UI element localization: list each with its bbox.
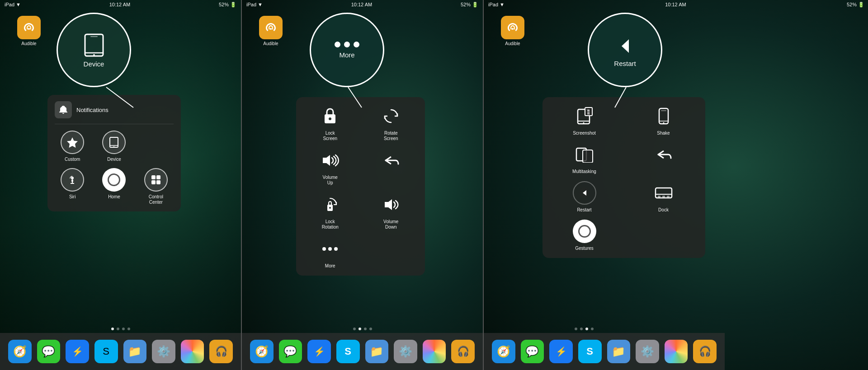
svg-point-10	[71, 177, 74, 179]
menu-item-home[interactable]: Home	[96, 168, 132, 205]
dock-photos-2[interactable]	[423, 340, 446, 363]
dock-files-1[interactable]: 📁	[123, 340, 147, 363]
more-small-label: More	[325, 263, 335, 268]
dock-photos-1[interactable]	[181, 340, 204, 363]
dock-files-2[interactable]: 📁	[365, 340, 389, 363]
dock-messenger-3[interactable]: ⚡	[549, 340, 573, 363]
audible-label-3: Audible	[505, 41, 520, 46]
p2-lock-screen[interactable]: LockScreen	[303, 104, 357, 141]
restart-label: Restart	[614, 60, 636, 67]
audible-app-1[interactable]: Audible	[17, 16, 41, 46]
p2-rotate-screen[interactable]: RotateScreen	[364, 104, 418, 141]
home-label: Home	[108, 194, 120, 199]
screen-panel-2: iPad ▼ 10:12 AM 52% 🔋 Audible More	[242, 0, 483, 370]
audible-app-3[interactable]: Audible	[501, 16, 524, 46]
volume-up-label: VolumeUp	[323, 175, 338, 186]
p3-undo[interactable]	[631, 143, 696, 174]
dot-2-4	[369, 328, 372, 330]
dock-settings-3[interactable]: ⚙️	[636, 340, 659, 363]
status-bar-2: iPad ▼ 10:12 AM 52% 🔋	[242, 0, 483, 9]
notifications-label: Notifications	[76, 107, 108, 113]
svg-point-9	[113, 146, 114, 147]
device-circle-highlight-1: Device	[57, 13, 131, 87]
dock-audible-1[interactable]: 🎧	[209, 340, 233, 363]
svg-rect-48	[662, 196, 665, 197]
notifications-row[interactable]: Notifications	[55, 101, 174, 124]
svg-point-3	[93, 54, 95, 56]
svg-rect-47	[658, 196, 660, 197]
volume-down-icon	[379, 193, 403, 216]
svg-marker-6	[67, 137, 78, 148]
dock-settings-2[interactable]: ⚙️	[394, 340, 417, 363]
p3-shake[interactable]: Shake	[631, 104, 696, 136]
p3-restart[interactable]: Restart	[552, 181, 617, 212]
menu-item-control-center[interactable]: ControlCenter	[138, 168, 174, 205]
svg-rect-14	[151, 175, 156, 179]
svg-rect-42	[583, 150, 593, 163]
dock-messages-2[interactable]: 💬	[279, 340, 302, 363]
dot-1-3	[122, 328, 125, 330]
multitasking-icon	[573, 143, 596, 166]
p3-multitasking[interactable]: Multitasking	[552, 143, 617, 174]
menu-item-siri[interactable]: Siri	[55, 168, 90, 205]
dock-audible-2[interactable]: 🎧	[451, 340, 475, 363]
status-time-3: 10:12 AM	[665, 2, 686, 7]
p2-volume-up[interactable]: VolumeUp	[303, 149, 357, 186]
dock-settings-1[interactable]: ⚙️	[152, 340, 175, 363]
dock-safari-3[interactable]: 🧭	[492, 340, 515, 363]
siri-label: Siri	[69, 194, 75, 199]
more-dots	[335, 42, 359, 47]
audible-app-2[interactable]: Audible	[259, 16, 283, 46]
menu-item-device[interactable]: Device	[96, 131, 132, 162]
dock-messages-1[interactable]: 💬	[37, 340, 61, 363]
menu-grid-1: Custom Device	[55, 131, 174, 205]
dot-3-2	[580, 328, 583, 330]
lock-rotation-label: LockRotation	[322, 219, 339, 230]
volume-down-label: VolumeDown	[383, 219, 398, 230]
control-center-icon-circle	[144, 168, 168, 192]
p2-undo[interactable]	[364, 149, 418, 186]
p3-screenshot[interactable]: Screenshot	[552, 104, 617, 136]
menu-item-custom[interactable]: Custom	[55, 131, 90, 162]
page-dots-1	[111, 328, 130, 330]
dock-messenger-1[interactable]: ⚡	[66, 340, 89, 363]
audible-label-2: Audible	[263, 41, 278, 46]
page-dots-2	[353, 328, 372, 330]
dock-1: 🧭 💬 ⚡ S 📁 ⚙️ 🎧	[0, 333, 241, 370]
p2-more[interactable]: More	[303, 237, 357, 268]
svg-rect-11	[71, 179, 73, 182]
control-center-label: ControlCenter	[149, 194, 163, 205]
dock-safari-1[interactable]: 🧭	[8, 340, 32, 363]
ipad-label-1: iPad ▼	[5, 2, 21, 7]
menu-box-2: LockScreen RotateScreen	[296, 97, 425, 276]
dot-2-active	[359, 328, 361, 330]
dot-1-4	[127, 328, 130, 330]
notifications-icon-box	[55, 101, 72, 118]
dock-3: 🧭 💬 ⚡ S 📁 ⚙️ 🎧	[484, 333, 725, 370]
dock-safari-2[interactable]: 🧭	[250, 340, 274, 363]
dock-photos-3[interactable]	[665, 340, 688, 363]
menu-box-3: Screenshot Shake	[542, 97, 705, 258]
device-menu-label: Device	[107, 157, 121, 162]
dock-files-3[interactable]: 📁	[607, 340, 631, 363]
undo-icon	[379, 149, 403, 172]
svg-point-32	[583, 122, 584, 124]
dock-skype-1[interactable]: S	[94, 340, 118, 363]
gestures-label: Gestures	[575, 246, 594, 251]
p2-lock-rotation[interactable]: LockRotation	[303, 193, 357, 230]
svg-rect-4	[90, 36, 98, 37]
status-right-2: 52% 🔋	[461, 2, 478, 8]
p3-gestures[interactable]: Gestures	[552, 220, 617, 251]
dock-skype-2[interactable]: S	[336, 340, 360, 363]
svg-marker-22	[323, 155, 330, 166]
audible-icon-2	[259, 16, 283, 39]
p3-dock[interactable]: Dock	[631, 181, 696, 212]
shake-icon	[652, 104, 675, 128]
dock-messenger-2[interactable]: ⚡	[307, 340, 331, 363]
dock-skype-3[interactable]: S	[578, 340, 602, 363]
dock-messages-3[interactable]: 💬	[521, 340, 544, 363]
dock-audible-3[interactable]: 🎧	[693, 340, 717, 363]
p2-volume-down[interactable]: VolumeDown	[364, 193, 418, 230]
svg-marker-25	[385, 199, 392, 210]
restart-menu-label: Restart	[577, 207, 591, 212]
